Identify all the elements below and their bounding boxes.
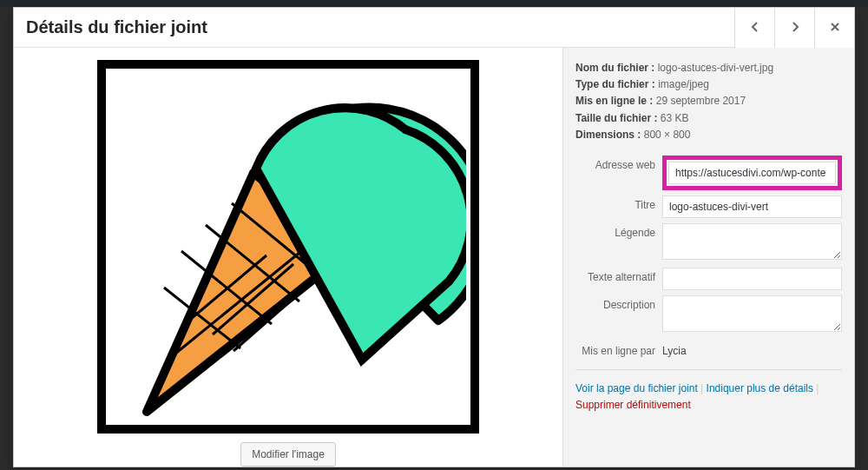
alt-input[interactable] [662,268,842,290]
chevron-left-icon [750,18,760,36]
filetype-value: image/jpeg [658,78,709,90]
filename-label: Nom du fichier : [575,62,654,74]
image-thumbnail[interactable] [97,60,479,434]
view-attachment-link[interactable]: Voir la page du fichier joint [575,382,698,394]
file-meta: Nom du fichier : logo-astuces-divi-vert.… [575,60,842,143]
caption-label: Légende [575,223,662,239]
filesize-label: Taille du fichier : [575,112,657,124]
icecream-icon [110,69,466,425]
url-input[interactable] [668,162,836,184]
uploader-name: Lycia [662,345,687,357]
title-row: Titre [575,195,842,218]
description-row: Description [575,295,842,334]
modal-body: Modifier l'image Nom du fichier : logo-a… [14,48,854,467]
description-label: Description [575,295,662,311]
action-links: Voir la page du fichier joint | Indiquer… [575,381,842,414]
uploader-row: Mis en ligne par Lycia [575,345,842,357]
preview-area: Modifier l'image [14,48,563,467]
admin-topbar-strip [0,0,868,7]
filename-value: logo-astuces-divi-vert.jpg [658,62,773,74]
title-input[interactable] [662,195,842,218]
alt-row: Texte alternatif [575,268,842,290]
uploader-label: Mis en ligne par [575,345,662,357]
modal-header: Détails du fichier joint [14,8,854,48]
chevron-right-icon [790,18,800,36]
divider [575,369,842,370]
close-icon [830,18,840,36]
url-row: Adresse web [575,156,842,190]
link-separator: | [816,382,819,394]
delete-permanently-link[interactable]: Supprimer définitivement [575,399,691,411]
url-label: Adresse web [575,156,662,171]
next-button[interactable] [774,8,814,48]
caption-textarea[interactable] [662,223,842,260]
details-sidebar: Nom du fichier : logo-astuces-divi-vert.… [563,48,854,467]
close-button[interactable] [814,8,854,48]
attachment-details-modal: Détails du fichier joint [13,7,855,467]
caption-row: Légende [575,223,842,262]
filesize-value: 63 KB [661,112,689,124]
uploaded-value: 29 septembre 2017 [656,95,746,107]
uploaded-label: Mis en ligne le : [575,95,653,107]
alt-label: Texte alternatif [575,268,662,283]
filetype-label: Type du fichier : [575,78,655,90]
more-details-link[interactable]: Indiquer plus de détails [707,382,813,394]
url-highlight-box [662,156,842,190]
dimensions-label: Dimensions : [575,129,641,141]
dimensions-value: 800 × 800 [644,129,691,141]
modal-title: Détails du fichier joint [14,17,734,37]
prev-button[interactable] [734,8,774,48]
edit-image-button[interactable]: Modifier l'image [240,442,336,467]
title-label: Titre [575,195,662,211]
description-textarea[interactable] [662,295,842,332]
